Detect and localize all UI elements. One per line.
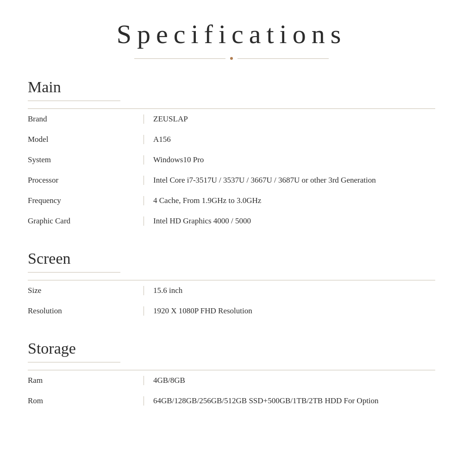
spec-row-storage-1: Rom64GB/128GB/256GB/512GB SSD+500GB/1TB/… [28,391,435,411]
spec-label-main-0: Brand [28,114,144,124]
section-header-main: Main [28,78,435,101]
page-title: Specifications [28,19,435,50]
divider-line-left [134,58,225,59]
section-title-main: Main [28,78,435,96]
section-header-storage: Storage [28,340,435,362]
spec-label-main-4: Frequency [28,196,144,205]
spec-value-main-5: Intel HD Graphics 4000 / 5000 [144,216,435,226]
section-title-screen: Screen [28,250,435,267]
spec-value-screen-0: 15.6 inch [144,286,435,295]
title-section: Specifications [28,19,435,60]
spec-value-screen-1: 1920 X 1080P FHD Resolution [144,306,435,316]
spec-row-screen-1: Resolution1920 X 1080P FHD Resolution [28,301,435,321]
spec-label-screen-0: Size [28,286,144,295]
spec-row-main-1: ModelA156 [28,129,435,150]
spec-value-storage-1: 64GB/128GB/256GB/512GB SSD+500GB/1TB/2TB… [144,396,435,406]
specs-table-main: BrandZEUSLAPModelA156SystemWindows10 Pro… [28,108,435,231]
spec-value-main-4: 4 Cache, From 1.9GHz to 3.0GHz [144,196,435,205]
spec-label-main-3: Processor [28,176,144,185]
spec-row-main-2: SystemWindows10 Pro [28,150,435,170]
divider-line-right [238,58,329,59]
spec-label-storage-0: Ram [28,376,144,385]
spec-value-main-1: A156 [144,135,435,144]
spec-row-main-4: Frequency4 Cache, From 1.9GHz to 3.0GHz [28,190,435,211]
spec-value-main-0: ZEUSLAP [144,114,435,124]
specs-table-screen: Size15.6 inchResolution1920 X 1080P FHD … [28,280,435,321]
divider-dot [230,57,233,60]
spec-label-main-2: System [28,155,144,165]
section-underline-main [28,101,120,101]
section-main: MainBrandZEUSLAPModelA156SystemWindows10… [28,78,435,231]
specs-table-storage: Ram4GB/8GBRom64GB/128GB/256GB/512GB SSD+… [28,370,435,411]
spec-row-storage-0: Ram4GB/8GB [28,370,435,391]
title-divider [134,57,329,60]
section-underline-storage [28,362,120,362]
section-header-screen: Screen [28,250,435,273]
section-title-storage: Storage [28,340,435,357]
spec-row-screen-0: Size15.6 inch [28,280,435,301]
spec-label-main-5: Graphic Card [28,216,144,226]
spec-value-storage-0: 4GB/8GB [144,376,435,385]
section-screen: ScreenSize15.6 inchResolution1920 X 1080… [28,250,435,321]
spec-row-main-0: BrandZEUSLAP [28,109,435,129]
spec-value-main-3: Intel Core i7-3517U / 3537U / 3667U / 36… [144,176,435,185]
page-container: Specifications MainBrandZEUSLAPModelA156… [0,0,463,448]
section-underline-screen [28,272,120,273]
spec-label-main-1: Model [28,135,144,144]
spec-label-storage-1: Rom [28,396,144,406]
spec-value-main-2: Windows10 Pro [144,155,435,165]
spec-label-screen-1: Resolution [28,306,144,316]
sections-container: MainBrandZEUSLAPModelA156SystemWindows10… [28,78,435,411]
spec-row-main-5: Graphic CardIntel HD Graphics 4000 / 500… [28,211,435,231]
spec-row-main-3: ProcessorIntel Core i7-3517U / 3537U / 3… [28,170,435,190]
section-storage: StorageRam4GB/8GBRom64GB/128GB/256GB/512… [28,340,435,411]
